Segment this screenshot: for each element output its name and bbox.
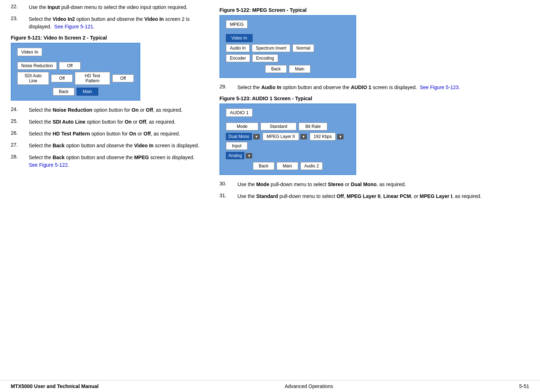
item-30-text: Use the Mode pull-down menu to select St…	[237, 181, 406, 188]
audio-screen-footer: Back Main Audio 2	[226, 162, 350, 170]
item-29-text: Select the Audio In option button and ob…	[237, 84, 460, 91]
video-in-screen: Video In Noise Reduction Off SDI Auto Li…	[11, 43, 140, 101]
item-23: 23. Select the Video In2 option button a…	[11, 15, 205, 31]
bitrate-header: Bit Rate	[299, 123, 327, 130]
item-22-text: Use the Input pull-down menu to select t…	[29, 4, 187, 11]
input-selected[interactable]: Analog	[226, 152, 244, 159]
item-27-text: Select the Back option button and observ…	[29, 142, 199, 149]
video-in-screen-footer: Back Main	[17, 88, 134, 96]
item-28-text: Select the Back option button and observ…	[29, 154, 205, 169]
item-24-num: 24.	[11, 106, 29, 114]
item-27-num: 27.	[11, 142, 29, 149]
sdi-hd-row: SDI Auto Line Off HD Test Pattern Off	[17, 72, 134, 85]
item-24: 24. Select the Noise Reduction option bu…	[11, 106, 205, 114]
back-btn-123[interactable]: Back	[253, 162, 274, 170]
item-22: 22. Use the Input pull-down menu to sele…	[11, 4, 205, 11]
audio-input-row: Input	[226, 142, 350, 150]
audio-dropdown-row: Dual Mono ▼ MPEG Layer II ▼ 192 Kbps ▼	[226, 133, 350, 140]
audio-headers-row: Mode Standard Bit Rate	[226, 123, 350, 130]
footer-bar: MTX5000 User and Technical Manual Advanc…	[0, 380, 540, 392]
item-27: 27. Select the Back option button and ob…	[11, 142, 205, 149]
mpeg-screen-footer: Back Main	[226, 65, 350, 73]
item-26-text: Select the HD Test Pattern option button…	[29, 130, 180, 138]
mode-selected[interactable]: Dual Mono	[226, 133, 252, 140]
item-25-num: 25.	[11, 118, 29, 126]
hd-test-pattern-value[interactable]: Off	[112, 74, 134, 82]
figure123-link[interactable]: See Figure 5-123.	[420, 84, 460, 90]
input-arrow-icon[interactable]: ▼	[246, 153, 252, 158]
mpeg-videoin-btn[interactable]: Video In	[226, 34, 253, 42]
standard-arrow-icon[interactable]: ▼	[300, 134, 307, 139]
item-28: 28. Select the Back option button and ob…	[11, 154, 205, 169]
standard-selected[interactable]: MPEG Layer II	[263, 133, 299, 140]
item-26-num: 26.	[11, 130, 29, 138]
sdi-auto-line-btn[interactable]: SDI Auto Line	[17, 72, 49, 85]
sdi-auto-line-value[interactable]: Off	[51, 74, 73, 82]
main-btn-122[interactable]: Main	[289, 65, 310, 73]
noise-reduction-value[interactable]: Off	[59, 62, 81, 70]
audio-screen: AUDIO 1 Mode Standard Bit Rate Dual Mono…	[219, 103, 356, 175]
main-btn-121[interactable]: Main	[77, 88, 98, 96]
mpeg-row1: Audio In Spectrum Invert Normal	[226, 44, 350, 52]
audio-input-dropdown-row: Analog ▼	[226, 152, 350, 159]
figure123-label: Figure 5-123: AUDIO 1 Screen - Typical	[219, 96, 529, 101]
back-btn-122[interactable]: Back	[265, 65, 287, 73]
mpeg-screen: MPEG Video In Audio In Spectrum Invert N…	[219, 15, 356, 78]
figure121-label: Figure 5-121: Video In Screen 2 - Typica…	[11, 35, 205, 41]
noise-reduction-btn[interactable]: Noise Reduction	[17, 62, 57, 70]
item-24-text: Select the Noise Reduction option button…	[29, 106, 182, 114]
item-25: 25. Select the SDI Auto Line option butt…	[11, 118, 205, 126]
mpeg-row2: Encoder Encoding	[226, 54, 350, 62]
item-29: 29. Select the Audio In option button an…	[219, 84, 529, 91]
normal-btn[interactable]: Normal	[292, 44, 314, 52]
spectrum-invert-btn[interactable]: Spectrum Invert	[252, 44, 290, 52]
item-30-num: 30.	[219, 181, 237, 188]
figure121-link[interactable]: See Figure 5-121.	[54, 24, 95, 29]
right-column: Figure 5-122: MPEG Screen - Typical MPEG…	[212, 4, 529, 377]
hd-test-pattern-btn[interactable]: HD Test Pattern	[75, 72, 110, 85]
item-29-num: 29.	[219, 84, 237, 91]
item-25-text: Select the SDI Auto Line option button f…	[29, 118, 176, 126]
mpeg-title-btn[interactable]: MPEG	[226, 20, 248, 28]
encoding-btn[interactable]: Encoding	[252, 54, 278, 62]
back-btn-121[interactable]: Back	[53, 88, 74, 96]
item-30: 30. Use the Mode pull-down menu to selec…	[219, 181, 529, 188]
audio2-btn-123[interactable]: Audio 2	[300, 162, 323, 170]
mode-arrow-icon[interactable]: ▼	[253, 134, 260, 139]
encoder-btn[interactable]: Encoder	[226, 54, 250, 62]
screen-title-row: Video In	[17, 48, 134, 60]
audio-title-btn[interactable]: AUDIO 1	[226, 109, 253, 117]
input-label-btn: Input	[226, 142, 248, 150]
bitrate-arrow-icon[interactable]: ▼	[337, 134, 344, 139]
mode-header: Mode	[226, 123, 258, 130]
footer-right: 5-51	[519, 383, 529, 389]
main-content: 22. Use the Input pull-down menu to sele…	[0, 0, 540, 380]
main-btn-123[interactable]: Main	[277, 162, 298, 170]
standard-header: Standard	[260, 123, 296, 130]
page-container: 22. Use the Input pull-down menu to sele…	[0, 0, 540, 392]
figure122-link[interactable]: See Figure 5-122.	[29, 162, 69, 168]
bitrate-selected[interactable]: 192 Kbps	[310, 133, 336, 140]
item-23-num: 23.	[11, 15, 29, 31]
item-22-num: 22.	[11, 4, 29, 11]
footer-left: MTX5000 User and Technical Manual	[11, 383, 99, 389]
audio-title-row: AUDIO 1	[226, 109, 350, 120]
left-column: 22. Use the Input pull-down menu to sele…	[11, 4, 212, 377]
item-26: 26. Select the HD Test Pattern option bu…	[11, 130, 205, 138]
noise-reduction-row: Noise Reduction Off	[17, 62, 134, 70]
mpeg-videoin-row: Video In	[226, 34, 350, 42]
video-in-title-btn[interactable]: Video In	[17, 48, 42, 56]
mpeg-title-row: MPEG	[226, 20, 350, 32]
item-28-num: 28.	[11, 154, 29, 169]
audio-in-btn[interactable]: Audio In	[226, 44, 250, 52]
item-31: 31. Use the Standard pull-down menu to s…	[219, 193, 529, 200]
item-23-text: Select the Video In2 option button and o…	[29, 15, 205, 31]
footer-center: Advanced Operations	[285, 383, 333, 389]
item-31-text: Use the Standard pull-down menu to selec…	[237, 193, 482, 200]
figure122-label: Figure 5-122: MPEG Screen - Typical	[219, 7, 529, 13]
item-31-num: 31.	[219, 193, 237, 200]
